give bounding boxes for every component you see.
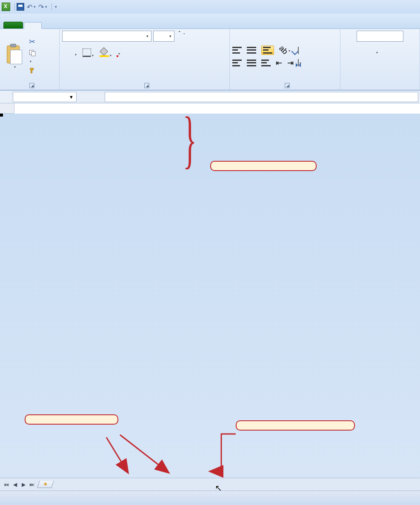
group-font: ▾ ▾ ˆ ˇ ▾ ▾ ▾ ▾ — [60, 29, 230, 90]
cut-icon[interactable]: ✂ — [29, 37, 37, 46]
increase-indent-icon[interactable]: ⇥ — [287, 58, 294, 68]
redo-icon[interactable]: ↷ — [38, 3, 44, 11]
tab-data[interactable] — [93, 23, 110, 29]
formula-bar-row: ▼ — [0, 91, 420, 103]
alignment-launcher[interactable] — [285, 83, 290, 88]
copy-icon[interactable]: ▾ — [29, 49, 37, 64]
undo-icon[interactable]: ↶ — [27, 3, 32, 11]
tab-view[interactable] — [127, 23, 144, 29]
decrease-font-icon[interactable]: ˇ — [183, 32, 185, 40]
svg-rect-1 — [31, 51, 35, 56]
font-launcher[interactable] — [144, 83, 149, 88]
insert-worksheet-icon: ✴ — [43, 481, 48, 488]
separator — [51, 3, 52, 11]
formula-buttons-area — [79, 92, 105, 102]
group-number: ▾ — [340, 29, 420, 90]
wrap-text-icon[interactable] — [298, 47, 299, 54]
redo-dropdown[interactable]: ▾ — [45, 5, 47, 9]
svg-line-2 — [106, 437, 128, 472]
file-tab[interactable] — [3, 22, 23, 29]
clipboard-launcher[interactable] — [29, 83, 34, 88]
sheet-tab-bar: ⏮ ◀ ▶ ⏭ ✴ — [0, 478, 420, 491]
qat-customize-dropdown[interactable]: ▾ — [55, 5, 57, 9]
sheet-nav-last[interactable]: ⏭ — [28, 481, 36, 488]
tab-insert[interactable] — [42, 23, 59, 29]
decrease-indent-icon[interactable]: ⇤ — [276, 58, 282, 68]
fontcolor-dropdown[interactable]: ▾ — [118, 52, 120, 56]
font-name-combo[interactable]: ▾ — [62, 31, 151, 42]
format-painter-icon[interactable] — [29, 67, 37, 76]
worksheet-grid[interactable] — [0, 103, 420, 114]
callout-range — [210, 161, 317, 171]
align-bottom-icon[interactable] — [263, 47, 272, 54]
sheet-nav-next[interactable]: ▶ — [20, 481, 27, 488]
tab-home[interactable] — [24, 22, 42, 29]
border-dropdown[interactable]: ▾ — [92, 54, 94, 57]
align-center-icon[interactable] — [247, 60, 256, 66]
align-middle-icon[interactable] — [247, 47, 256, 54]
quick-access-toolbar: ↶▾ ↷▾ ▾ — [17, 3, 57, 11]
group-clipboard: ▾ ✂ ▾ — [0, 29, 60, 90]
callout-insert — [236, 420, 355, 431]
insert-worksheet-tab[interactable]: ✴ — [37, 481, 54, 488]
merge-center-icon[interactable] — [298, 59, 299, 66]
fill-handle[interactable] — [0, 114, 3, 117]
title-bar: ↶▾ ↷▾ ▾ — [0, 0, 420, 14]
tab-formulas[interactable] — [76, 23, 93, 29]
sheet-nav-prev[interactable]: ◀ — [11, 481, 19, 488]
name-box[interactable]: ▼ — [13, 92, 77, 102]
align-right-icon[interactable] — [261, 60, 271, 66]
increase-font-icon[interactable]: ˆ — [179, 31, 180, 42]
underline-dropdown[interactable]: ▾ — [75, 53, 77, 57]
formula-bar[interactable] — [105, 92, 418, 102]
group-alignment: ab▾ ⇤ ⇥ ▾ — [230, 29, 340, 90]
sheet-nav-first[interactable]: ⏮ — [3, 481, 10, 488]
brace-icon: } — [183, 107, 197, 171]
undo-dropdown[interactable]: ▾ — [34, 5, 36, 9]
callout-tab — [25, 414, 118, 425]
fill-dropdown[interactable]: ▾ — [110, 54, 111, 57]
fill-color-icon[interactable] — [100, 49, 109, 57]
number-format-combo[interactable] — [357, 31, 403, 42]
name-box-dropdown[interactable]: ▼ — [69, 94, 74, 100]
save-icon[interactable] — [17, 3, 24, 11]
paste-dropdown[interactable]: ▾ — [14, 65, 16, 69]
status-bar — [0, 491, 420, 505]
ribbon: ▾ ✂ ▾ ▾ ▾ ˆ ˇ ▾ ▾ — [0, 29, 420, 91]
clipboard-icon — [6, 44, 23, 64]
separator — [14, 3, 15, 11]
currency-button[interactable]: ▾ — [375, 48, 378, 57]
ribbon-tab-row — [0, 14, 420, 29]
select-all-corner[interactable] — [0, 103, 14, 114]
align-left-icon[interactable] — [232, 60, 242, 66]
align-top-icon[interactable] — [232, 47, 242, 54]
font-size-combo[interactable]: ▾ — [153, 31, 174, 42]
tab-review[interactable] — [110, 23, 127, 29]
tab-page-layout[interactable] — [59, 23, 76, 29]
border-icon[interactable] — [83, 49, 91, 57]
excel-app-icon — [2, 3, 10, 11]
svg-line-3 — [120, 435, 168, 472]
paste-button[interactable]: ▾ — [3, 44, 26, 69]
orientation-icon[interactable]: ab — [277, 44, 290, 56]
